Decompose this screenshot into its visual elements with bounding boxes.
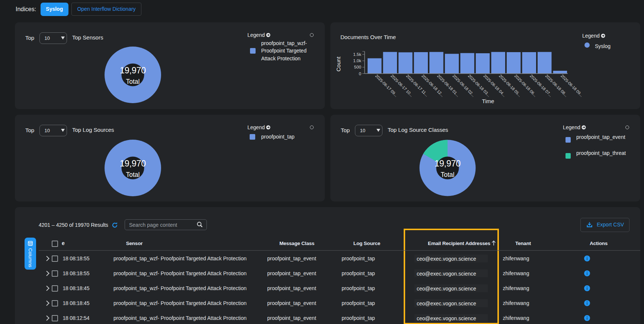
svg-text:Count: Count bbox=[335, 56, 342, 72]
svg-text:Time: Time bbox=[482, 98, 494, 104]
svg-text:1.0k: 1.0k bbox=[353, 58, 361, 63]
svg-text:0: 0 bbox=[359, 72, 361, 76]
svg-text:1.5k: 1.5k bbox=[353, 52, 361, 57]
svg-text:500: 500 bbox=[354, 65, 361, 69]
